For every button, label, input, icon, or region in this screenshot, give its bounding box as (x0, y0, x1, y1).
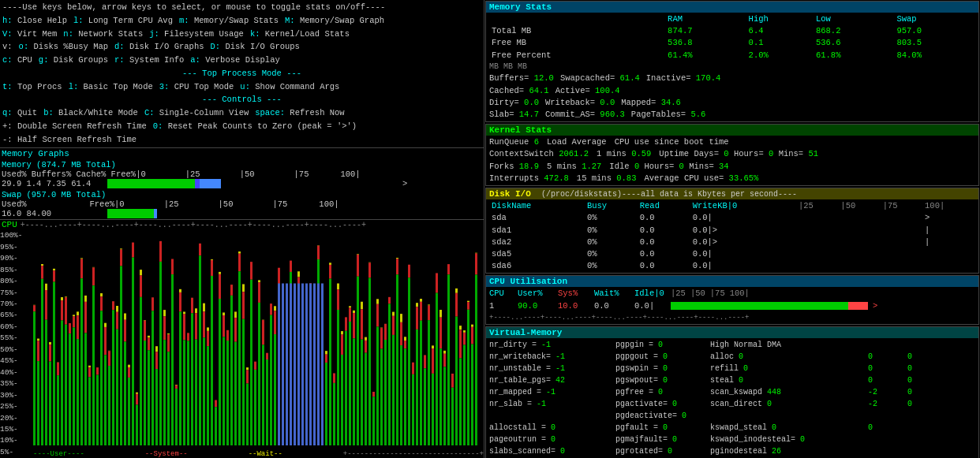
swap-free-bar (154, 209, 157, 218)
help-v[interactable]: v: (2, 41, 13, 54)
disk-io-table: DiskName Busy Read WriteKB|0 |25 |50 |75… (489, 200, 975, 272)
table-row: DiskName Busy Read WriteKB|0 |25 |50 |75… (489, 200, 975, 212)
disk-io-section: Disk I/O (/proc/diskstats)----all data i… (485, 188, 979, 274)
cpu-sys-portion (848, 302, 868, 310)
cpu-util-axis: +----...----+----...----+----...----+---… (489, 313, 975, 323)
cpu-util-bar (671, 302, 868, 310)
swap-used-bar (107, 209, 154, 218)
cpu-utilisation-title: CPU Utilisation (486, 276, 978, 287)
cpu-util-row1: 1 90.0 10.0 0.0 0.0| > (489, 300, 975, 312)
help-u[interactable]: u: Show Command Args (240, 81, 339, 94)
kernel-stats-content: RunQueue 6 Load Average CPU use since bo… (486, 136, 978, 185)
help-q[interactable]: q: Quit (2, 107, 37, 120)
memory-detail-row4: Slab= 14.7 Commit_AS= 960.3 PageTables= … (489, 109, 975, 121)
right-panel: Memory Stats RAM High Low Swap Total MB … (484, 0, 980, 458)
virtual-memory-section: Virtual-Memory nr_dirty = -1 pgpgin = 0 … (485, 326, 979, 458)
help-g[interactable]: g: Disk Groups (39, 54, 108, 67)
swap-bar-row: 16.0 84.00 (2, 209, 482, 218)
mem-used-bar (107, 179, 195, 188)
swap-bar-section: Swap (957.0 MB Total) Used%Free%|0|25|50… (0, 189, 484, 219)
help-r[interactable]: r: System Info (114, 54, 184, 67)
memory-stats-section: Memory Stats RAM High Low Swap Total MB … (485, 1, 979, 122)
help-basic[interactable]: l: Basic Top Mode (69, 81, 153, 94)
kernel-stats-section: Kernel Stats RunQueue 6 Load Average CPU… (485, 124, 979, 186)
help-c[interactable]: c: CPU (2, 54, 32, 67)
memory-bar-row: 29.9 1.4 7.35 61.4 > (2, 179, 482, 188)
help-h[interactable]: h: Close Help (2, 15, 67, 28)
top-process-mode-header: --- Top Process Mode --- (2, 68, 481, 80)
cpu-y-axis: 100%- 95%- 90%- 85%- 80%- 75%- 70%- 65%-… (0, 229, 33, 458)
cpu-user-portion (671, 302, 848, 310)
table-row: sda2 0% 0.0 0.0|> | (489, 236, 975, 248)
cpu-util-headers: CPU User% Sys% Wait% Idle|0 |25 |50 |75 … (489, 288, 975, 300)
table-row: sda5 0% 0.0 0.0| (489, 248, 975, 260)
memory-bar-section: Memory (874.7 MB Total) Used% Buffers% C… (0, 159, 484, 189)
memory-bar-axis: Used% Buffers% Cache% Free%|0|25|50|7510… (2, 169, 482, 179)
kernel-row3: Forks 18.9 5 mins 1.27 Idle 0 Hours= 0 M… (489, 161, 975, 173)
cpu-utilisation-content: CPU User% Sys% Wait% Idle|0 |25 |50 |75 … (486, 287, 978, 323)
swap-usage-bar (107, 209, 399, 218)
help-t[interactable]: t: Top Procs (2, 81, 62, 94)
memory-detail-row1: Buffers= 12.0 Swapcached= 61.4 Inactive=… (489, 73, 975, 84)
memory-graphs-header: Memory Graphs (0, 147, 484, 159)
kernel-row2: ContextSwitch 2061.2 1 mins 0.59 Uptime … (489, 148, 975, 160)
help-k[interactable]: k: Kernel/Load Stats (250, 28, 350, 41)
table-row: sda6 0% 0.0 0.0| (489, 260, 975, 272)
table-row: sda1 0% 0.0 0.0|> | (489, 225, 975, 236)
kernel-row4: Interrupts 472.8 15 mins 0.83 Average CP… (489, 173, 975, 184)
swap-bar-title: Swap (957.0 MB Total) (2, 190, 482, 199)
swap-bar-axis: Used%Free%|0|25|50|75100| (2, 199, 482, 209)
memory-stats-title: Memory Stats (486, 2, 978, 13)
left-panel: ----Use keys below, arrow keys to select… (0, 0, 484, 458)
kernel-row1: RunQueue 6 Load Average CPU use since bo… (489, 136, 975, 148)
table-row: Total MB 874.7 6.4 868.2 957.0 (489, 25, 975, 37)
help-C[interactable]: C: Single-Column View (144, 107, 249, 120)
help-title: ----Use keys below, arrow keys to select… (2, 2, 481, 14)
table-row: RAM High Low Swap (489, 13, 975, 25)
disk-io-content: DiskName Busy Read WriteKB|0 |25 |50 |75… (486, 199, 978, 273)
memory-usage-bar (107, 179, 399, 188)
cpu-graph-canvas-wrapper: 100%- 95%- 90%- 85%- 80%- 75%- 70%- 65%-… (0, 229, 484, 458)
mb-row: MB MB MB (489, 61, 975, 73)
virtual-memory-title: Virtual-Memory (486, 327, 978, 338)
help-a[interactable]: a: Verbose Display (190, 54, 279, 67)
controls-header: --- Controls --- (2, 94, 481, 106)
help-3[interactable]: 3: CPU Top Mode (159, 81, 234, 94)
cpu-graph-section: CPU +----...----+----...----+----...----… (0, 219, 484, 458)
memory-detail-row3: Dirty= 0.0 Writeback= 0.0 Mapped= 34.6 (489, 97, 975, 109)
help-bw[interactable]: b: Black/White Mode (43, 107, 138, 120)
table-row: sda 0% 0.0 0.0| > (489, 212, 975, 224)
table-row: Free MB 536.8 0.1 536.6 803.5 (489, 37, 975, 49)
mem-cache-bar (200, 179, 222, 188)
virt-mem-grid: nr_dirty = -1 pgpgin = 0 High Normal DMA… (489, 339, 975, 457)
kernel-stats-title: Kernel Stats (486, 125, 978, 136)
memory-bar-title: Memory (874.7 MB Total) (2, 160, 482, 169)
help-section: ----Use keys below, arrow keys to select… (0, 0, 484, 147)
cpu-x-axis: ----User---- --System-- --Wait-- +------… (33, 450, 484, 458)
help-D[interactable]: D: Disk I/O Groups (210, 41, 299, 54)
cpu-bar-chart (33, 229, 482, 445)
table-row: Free Percent 61.4% 2.0% 61.8% 84.0% (489, 50, 975, 61)
help-V[interactable]: V: Virt Mem (2, 28, 57, 41)
help-minus[interactable]: -: Half Screen Refresh Time (2, 134, 137, 147)
help-space[interactable]: space: Refresh Now (255, 107, 344, 120)
help-l[interactable]: l: Long Term CPU Avg (73, 15, 173, 28)
help-M[interactable]: M: Memory/Swap Graph (285, 15, 384, 28)
help-0[interactable]: 0: Reset Peak Counts to Zero (peak = '>'… (153, 121, 357, 133)
help-o[interactable]: o: Disks %Busy Map (19, 41, 108, 54)
help-j[interactable]: j: Filesystem Usage (149, 28, 244, 41)
disk-io-title: Disk I/O (/proc/diskstats)----all data i… (486, 188, 978, 199)
help-n[interactable]: n: Network Stats (63, 28, 143, 41)
help-dot[interactable]: +: Double Screen Refresh Time (2, 121, 147, 133)
help-m[interactable]: m: Memory/Swap Stats (179, 15, 279, 28)
help-d[interactable]: d: Disk I/O Graphs (114, 41, 204, 54)
memory-stats-content: RAM High Low Swap Total MB 874.7 6.4 868… (486, 13, 978, 121)
memory-stats-table: RAM High Low Swap Total MB 874.7 6.4 868… (489, 13, 975, 61)
memory-detail-row2: Cached= 64.1 Active= 100.4 (489, 85, 975, 97)
virtual-memory-content: nr_dirty = -1 pgpgin = 0 High Normal DMA… (486, 338, 978, 458)
cpu-graph-header: CPU +----...----+----...----+----...----… (0, 220, 484, 229)
cpu-utilisation-section: CPU Utilisation CPU User% Sys% Wait% Idl… (485, 275, 979, 324)
